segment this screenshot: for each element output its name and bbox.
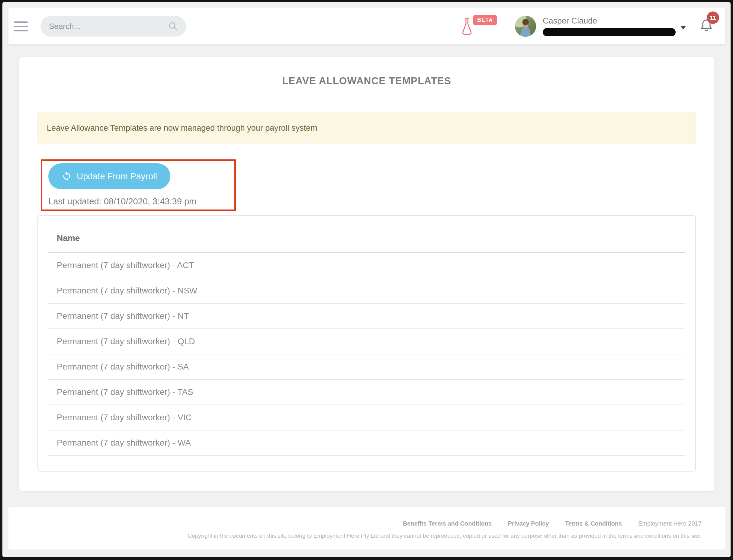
hamburger-menu-icon[interactable]: [14, 19, 28, 34]
table-row[interactable]: Permanent (7 day shiftworker) - WA: [48, 430, 685, 456]
footer-copyright: Copyright in the documents on this site …: [8, 533, 702, 539]
table-row[interactable]: Permanent (7 day shiftworker) - TAS: [48, 380, 685, 405]
last-updated-text: Last updated: 08/10/2020, 3:43:39 pm: [48, 197, 196, 206]
content-card: LEAVE ALLOWANCE TEMPLATES Leave Allowanc…: [19, 57, 714, 491]
page-body: LEAVE ALLOWANCE TEMPLATES Leave Allowanc…: [8, 44, 725, 491]
table-row[interactable]: Permanent (7 day shiftworker) - QLD: [48, 329, 685, 354]
footer-link[interactable]: Privacy Policy: [508, 520, 549, 527]
page-title: LEAVE ALLOWANCE TEMPLATES: [37, 75, 696, 87]
redacted-company-bar: [543, 28, 676, 36]
table-row[interactable]: Permanent (7 day shiftworker) - SA: [48, 354, 685, 380]
templates-table: Name Permanent (7 day shiftworker) - ACT…: [37, 215, 696, 472]
screenshot-frame: BETA Casper Claude 11: [0, 0, 733, 560]
table-row[interactable]: Permanent (7 day shiftworker) - NT: [48, 304, 685, 329]
footer-link[interactable]: Benefits Terms and Conditions: [403, 520, 492, 527]
title-divider: [37, 99, 696, 99]
footer-brand: Employment Hero 2017: [638, 520, 702, 527]
sync-icon: [62, 171, 72, 181]
update-from-payroll-button[interactable]: Update From Payroll: [48, 163, 170, 189]
table-rows: Permanent (7 day shiftworker) - ACT Perm…: [48, 252, 685, 456]
footer-link[interactable]: Terms & Conditions: [565, 520, 622, 527]
table-row[interactable]: Permanent (7 day shiftworker) - NSW: [48, 278, 685, 304]
app-layout: BETA Casper Claude 11: [8, 8, 725, 557]
search-icon: [168, 21, 178, 31]
beta-labs-toggle[interactable]: BETA: [461, 15, 497, 38]
annotation-highlight-box: Update From Payroll Last updated: 08/10/…: [41, 159, 236, 211]
search-input[interactable]: [48, 21, 168, 31]
avatar[interactable]: [515, 16, 536, 37]
table-column-header-name: Name: [48, 233, 685, 243]
flask-icon: [461, 17, 473, 38]
update-button-label: Update From Payroll: [77, 171, 157, 181]
table-row[interactable]: Permanent (7 day shiftworker) - ACT: [48, 253, 685, 278]
chevron-down-icon[interactable]: [680, 26, 686, 30]
search-box[interactable]: [40, 16, 186, 37]
top-bar: BETA Casper Claude 11: [8, 8, 725, 44]
user-menu[interactable]: Casper Claude: [543, 16, 676, 36]
table-row[interactable]: Permanent (7 day shiftworker) - VIC: [48, 405, 685, 430]
notifications-button[interactable]: 11: [699, 18, 714, 34]
footer: Benefits Terms and Conditions Privacy Po…: [8, 507, 725, 549]
notification-count-badge: 11: [707, 11, 719, 24]
user-name: Casper Claude: [543, 16, 676, 26]
footer-links: Benefits Terms and Conditions Privacy Po…: [8, 520, 702, 527]
info-banner: Leave Allowance Templates are now manage…: [37, 112, 696, 144]
beta-badge: BETA: [473, 15, 497, 25]
browser-viewport: BETA Casper Claude 11: [2, 2, 731, 557]
